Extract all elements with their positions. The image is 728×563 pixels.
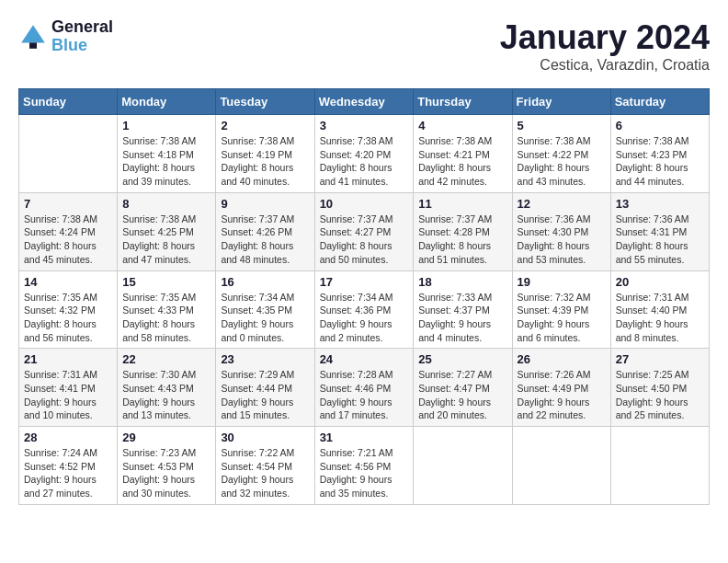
- calendar-cell: 25Sunrise: 7:27 AMSunset: 4:47 PMDayligh…: [414, 349, 512, 427]
- page-header: General Blue January 2024 Cestica, Varaz…: [18, 18, 710, 74]
- calendar-cell: 21Sunrise: 7:31 AMSunset: 4:41 PMDayligh…: [19, 349, 118, 427]
- day-number: 6: [616, 119, 704, 132]
- calendar-cell: 19Sunrise: 7:32 AMSunset: 4:39 PMDayligh…: [512, 270, 610, 349]
- day-number: 7: [24, 197, 112, 211]
- day-info: Sunrise: 7:38 AMSunset: 4:25 PMDaylight:…: [122, 213, 210, 267]
- calendar-cell: 1Sunrise: 7:38 AMSunset: 4:18 PMDaylight…: [118, 115, 216, 193]
- day-info: Sunrise: 7:23 AMSunset: 4:53 PMDaylight:…: [122, 446, 210, 500]
- day-info: Sunrise: 7:25 AMSunset: 4:50 PMDaylight:…: [616, 368, 704, 422]
- day-number: 20: [616, 275, 704, 289]
- calendar-cell: 10Sunrise: 7:37 AMSunset: 4:27 PMDayligh…: [314, 192, 414, 270]
- calendar-cell: 2Sunrise: 7:38 AMSunset: 4:19 PMDaylight…: [216, 115, 314, 193]
- weekday-header-cell: Monday: [118, 89, 216, 115]
- calendar-week-row: 14Sunrise: 7:35 AMSunset: 4:32 PMDayligh…: [19, 270, 710, 349]
- calendar-cell: 24Sunrise: 7:28 AMSunset: 4:46 PMDayligh…: [314, 349, 414, 427]
- calendar-week-row: 1Sunrise: 7:38 AMSunset: 4:18 PMDaylight…: [19, 115, 710, 193]
- day-info: Sunrise: 7:38 AMSunset: 4:24 PMDaylight:…: [24, 213, 112, 267]
- day-info: Sunrise: 7:38 AMSunset: 4:19 PMDaylight:…: [221, 134, 309, 189]
- day-info: Sunrise: 7:28 AMSunset: 4:46 PMDaylight:…: [320, 368, 409, 422]
- weekday-header-cell: Wednesday: [314, 89, 414, 115]
- day-number: 10: [320, 197, 409, 211]
- weekday-header-cell: Saturday: [610, 89, 709, 115]
- main-title: January 2024: [500, 18, 710, 57]
- weekday-header-row: SundayMondayTuesdayWednesdayThursdayFrid…: [19, 89, 710, 115]
- calendar-cell: 14Sunrise: 7:35 AMSunset: 4:32 PMDayligh…: [19, 270, 118, 349]
- day-info: Sunrise: 7:36 AMSunset: 4:31 PMDaylight:…: [616, 213, 704, 267]
- calendar-cell: 4Sunrise: 7:38 AMSunset: 4:21 PMDaylight…: [414, 115, 512, 193]
- day-info: Sunrise: 7:38 AMSunset: 4:18 PMDaylight:…: [122, 134, 210, 189]
- day-number: 28: [24, 431, 112, 444]
- day-number: 22: [122, 352, 210, 366]
- day-info: Sunrise: 7:33 AMSunset: 4:37 PMDaylight:…: [418, 291, 506, 345]
- day-info: Sunrise: 7:38 AMSunset: 4:20 PMDaylight:…: [320, 134, 409, 189]
- day-number: 19: [518, 275, 606, 289]
- calendar-cell: 5Sunrise: 7:38 AMSunset: 4:22 PMDaylight…: [512, 115, 610, 193]
- day-number: 30: [221, 431, 309, 444]
- calendar-cell: 8Sunrise: 7:38 AMSunset: 4:25 PMDaylight…: [118, 192, 216, 270]
- calendar-cell: 22Sunrise: 7:30 AMSunset: 4:43 PMDayligh…: [118, 349, 216, 427]
- day-info: Sunrise: 7:34 AMSunset: 4:35 PMDaylight:…: [221, 291, 309, 345]
- day-number: 2: [221, 119, 309, 132]
- day-number: 24: [320, 352, 409, 366]
- day-number: 15: [122, 275, 210, 289]
- calendar-cell: 23Sunrise: 7:29 AMSunset: 4:44 PMDayligh…: [216, 349, 314, 427]
- calendar-week-row: 21Sunrise: 7:31 AMSunset: 4:41 PMDayligh…: [19, 349, 710, 427]
- logo-text: General Blue: [51, 18, 113, 55]
- day-info: Sunrise: 7:21 AMSunset: 4:56 PMDaylight:…: [320, 446, 409, 500]
- day-number: 17: [320, 275, 409, 289]
- day-number: 11: [418, 197, 506, 211]
- calendar-cell: 11Sunrise: 7:37 AMSunset: 4:28 PMDayligh…: [414, 192, 512, 270]
- day-info: Sunrise: 7:31 AMSunset: 4:40 PMDaylight:…: [616, 291, 704, 345]
- weekday-header-cell: Thursday: [414, 89, 512, 115]
- day-info: Sunrise: 7:38 AMSunset: 4:23 PMDaylight:…: [616, 134, 704, 189]
- calendar-cell: 12Sunrise: 7:36 AMSunset: 4:30 PMDayligh…: [512, 192, 610, 270]
- calendar-week-row: 7Sunrise: 7:38 AMSunset: 4:24 PMDaylight…: [19, 192, 710, 270]
- day-info: Sunrise: 7:38 AMSunset: 4:21 PMDaylight:…: [418, 134, 506, 189]
- logo-icon: [18, 22, 48, 52]
- day-info: Sunrise: 7:37 AMSunset: 4:28 PMDaylight:…: [418, 213, 506, 267]
- weekday-header-cell: Friday: [512, 89, 610, 115]
- calendar-cell: 28Sunrise: 7:24 AMSunset: 4:52 PMDayligh…: [19, 427, 118, 505]
- calendar-cell: 7Sunrise: 7:38 AMSunset: 4:24 PMDaylight…: [19, 192, 118, 270]
- day-number: 12: [518, 197, 606, 211]
- calendar-body: 1Sunrise: 7:38 AMSunset: 4:18 PMDaylight…: [19, 115, 710, 505]
- calendar-cell: [512, 427, 610, 505]
- title-block: January 2024 Cestica, Varazdin, Croatia: [500, 18, 710, 74]
- svg-marker-0: [21, 25, 45, 42]
- calendar-cell: 17Sunrise: 7:34 AMSunset: 4:36 PMDayligh…: [314, 270, 414, 349]
- day-info: Sunrise: 7:24 AMSunset: 4:52 PMDaylight:…: [24, 446, 112, 500]
- calendar-cell: 30Sunrise: 7:22 AMSunset: 4:54 PMDayligh…: [216, 427, 314, 505]
- calendar-cell: 15Sunrise: 7:35 AMSunset: 4:33 PMDayligh…: [118, 270, 216, 349]
- calendar-cell: 27Sunrise: 7:25 AMSunset: 4:50 PMDayligh…: [610, 349, 709, 427]
- calendar-cell: 26Sunrise: 7:26 AMSunset: 4:49 PMDayligh…: [512, 349, 610, 427]
- subtitle: Cestica, Varazdin, Croatia: [500, 57, 710, 74]
- day-number: 29: [122, 431, 210, 444]
- day-info: Sunrise: 7:34 AMSunset: 4:36 PMDaylight:…: [320, 291, 409, 345]
- day-info: Sunrise: 7:37 AMSunset: 4:27 PMDaylight:…: [320, 213, 409, 267]
- calendar-cell: 6Sunrise: 7:38 AMSunset: 4:23 PMDaylight…: [610, 115, 709, 193]
- calendar-cell: 31Sunrise: 7:21 AMSunset: 4:56 PMDayligh…: [314, 427, 414, 505]
- day-number: 13: [616, 197, 704, 211]
- day-number: 18: [418, 275, 506, 289]
- day-number: 9: [221, 197, 309, 211]
- day-info: Sunrise: 7:37 AMSunset: 4:26 PMDaylight:…: [221, 213, 309, 267]
- day-number: 26: [518, 352, 606, 366]
- day-number: 8: [122, 197, 210, 211]
- weekday-header-cell: Sunday: [19, 89, 118, 115]
- day-number: 3: [320, 119, 409, 132]
- calendar-cell: [19, 115, 118, 193]
- day-info: Sunrise: 7:32 AMSunset: 4:39 PMDaylight:…: [518, 291, 606, 345]
- calendar-cell: 29Sunrise: 7:23 AMSunset: 4:53 PMDayligh…: [118, 427, 216, 505]
- day-number: 27: [616, 352, 704, 366]
- day-info: Sunrise: 7:35 AMSunset: 4:32 PMDaylight:…: [24, 291, 112, 345]
- calendar-cell: 16Sunrise: 7:34 AMSunset: 4:35 PMDayligh…: [216, 270, 314, 349]
- calendar-cell: 18Sunrise: 7:33 AMSunset: 4:37 PMDayligh…: [414, 270, 512, 349]
- day-info: Sunrise: 7:30 AMSunset: 4:43 PMDaylight:…: [122, 368, 210, 422]
- day-info: Sunrise: 7:27 AMSunset: 4:47 PMDaylight:…: [418, 368, 506, 422]
- day-number: 1: [122, 119, 210, 132]
- day-number: 21: [24, 352, 112, 366]
- day-info: Sunrise: 7:29 AMSunset: 4:44 PMDaylight:…: [221, 368, 309, 422]
- day-info: Sunrise: 7:38 AMSunset: 4:22 PMDaylight:…: [518, 134, 606, 189]
- logo: General Blue: [18, 18, 113, 55]
- day-number: 4: [418, 119, 506, 132]
